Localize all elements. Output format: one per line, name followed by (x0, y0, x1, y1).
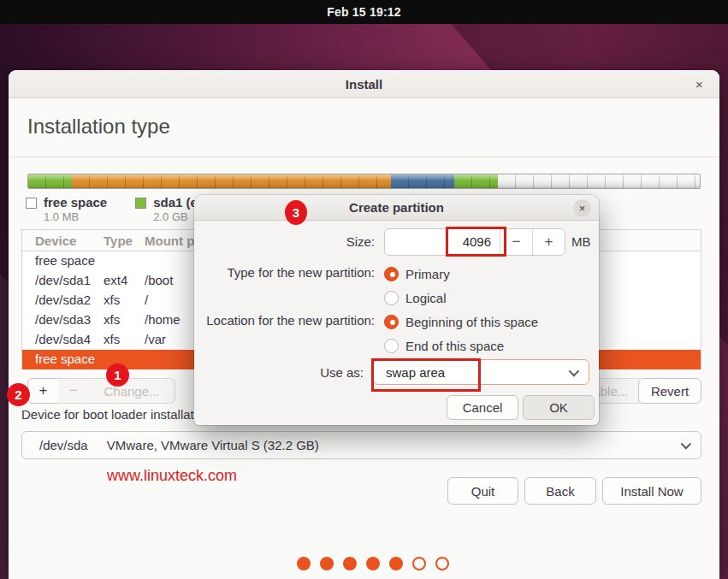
remove-partition-button[interactable]: − (58, 378, 90, 404)
table-cell: /dev/sda3 (35, 312, 91, 327)
radio-option-row: End of this space (194, 334, 599, 357)
partition-segment-sda4 (454, 174, 497, 188)
use-as-label: Use as: (194, 365, 369, 380)
legend-item: free space1.0 MB (26, 195, 107, 224)
cancel-button[interactable]: Cancel (447, 395, 518, 420)
table-cell: free space (35, 352, 95, 366)
bootloader-device-select[interactable]: /dev/sda VMware, VMware Virtual S (32.2 … (21, 431, 701, 459)
table-cell: ext4 (104, 273, 127, 287)
window-close-icon[interactable]: × (691, 76, 707, 92)
radio-label[interactable]: Primary (405, 267, 450, 281)
location-radio-group: Location for the new partition:Beginning… (194, 310, 599, 357)
chevron-down-icon (681, 439, 692, 450)
progress-dots (17, 557, 728, 570)
table-cell: /boot (145, 273, 173, 287)
window-titlebar[interactable]: Install × (9, 70, 719, 98)
annotation-highlight-use-as (371, 358, 481, 392)
radio-option-row: Type for the new partition:Primary (194, 262, 599, 286)
table-cell: /dev/sda4 (35, 332, 91, 346)
size-row: Size: 4096 − + MB (194, 227, 599, 256)
bootloader-device: /dev/sda (39, 438, 88, 452)
progress-dot-filled (389, 557, 403, 570)
annotation-highlight-size (446, 227, 506, 257)
screen: Feb 15 19:12 Install × Installation type… (0, 0, 728, 579)
size-label: Size: (194, 234, 380, 249)
progress-dot-empty (435, 557, 449, 570)
change-partition-button[interactable]: Change... (89, 378, 175, 404)
legend-swatch (135, 198, 146, 209)
annotation-step-1: 1 (106, 363, 129, 387)
partition-segment-sda1 (28, 174, 72, 188)
table-cell: /var (145, 332, 166, 346)
radio-beginning-of-this-space[interactable] (384, 315, 399, 329)
progress-dot-filled (343, 557, 357, 570)
radio-logical[interactable] (384, 291, 399, 305)
partition-segment-free-space (498, 174, 700, 188)
partition-segment-sda2 (72, 174, 391, 188)
table-cell: xfs (104, 332, 120, 346)
divider (9, 157, 719, 157)
radio-option-row: Logical (194, 286, 599, 310)
revert-button[interactable]: Revert (638, 378, 701, 404)
column-header-device[interactable]: Device (35, 233, 76, 248)
radio-label[interactable]: Logical (405, 291, 447, 305)
type-radio-group: Type for the new partition:PrimaryLogica… (194, 262, 599, 310)
location-for-new-partition-label (194, 334, 380, 337)
dialog-actions: Cancel OK (194, 395, 599, 420)
annotation-step-3: 3 (285, 200, 307, 225)
page-title: Installation type (27, 115, 170, 139)
size-unit-label: MB (571, 234, 591, 249)
radio-label[interactable]: End of this space (405, 339, 504, 353)
partition-segment-sda3 (391, 174, 455, 188)
bootloader-label: Device for boot loader installation: (21, 407, 215, 422)
back-button[interactable]: Back (524, 477, 596, 505)
legend-size: 1.0 MB (44, 210, 107, 224)
table-cell: /dev/sda1 (35, 273, 91, 287)
chevron-down-icon (569, 365, 580, 376)
install-now-button[interactable]: Install Now (602, 477, 701, 505)
table-cell: xfs (104, 312, 120, 327)
radio-end-of-this-space[interactable] (384, 339, 399, 353)
add-partition-button[interactable]: + (27, 378, 59, 404)
table-cell: /home (145, 312, 181, 327)
system-top-bar: Feb 15 19:12 (0, 0, 728, 24)
dialog-title: Create partition (349, 200, 444, 215)
partition-legend: free space1.0 MBsda1 (ext4)2.0 GB (26, 195, 221, 224)
table-cell: /dev/sda2 (35, 292, 91, 307)
window-title: Install (346, 77, 382, 92)
annotation-step-2: 2 (7, 383, 30, 406)
clock[interactable]: Feb 15 19:12 (327, 5, 400, 19)
bootloader-detail: VMware, VMware Virtual S (32.2 GB) (107, 438, 319, 452)
table-cell: free space (35, 253, 95, 268)
progress-dot-filled (366, 557, 380, 570)
legend-swatch (26, 198, 37, 209)
table-cell: / (145, 292, 148, 307)
ok-button[interactable]: OK (523, 395, 595, 420)
size-increment-button[interactable]: + (532, 229, 565, 255)
partition-bar (27, 174, 701, 189)
column-header-type[interactable]: Type (104, 233, 133, 248)
type-for-new-partition-label (194, 286, 380, 289)
progress-dot-filled (297, 557, 311, 570)
dialog-close-icon[interactable]: × (573, 199, 591, 217)
table-cell: xfs (104, 292, 120, 307)
radio-option-row: Location for the new partition:Beginning… (194, 310, 599, 334)
location-for-new-partition-label: Location for the new partition: (194, 310, 380, 328)
radio-label[interactable]: Beginning of this space (405, 315, 538, 329)
quit-button[interactable]: Quit (447, 477, 518, 505)
watermark-text: www.linuxteck.com (107, 467, 237, 485)
legend-label: free space (44, 195, 107, 210)
progress-dot-empty (412, 557, 426, 570)
type-for-new-partition-label: Type for the new partition: (194, 262, 380, 280)
dialog-titlebar[interactable]: Create partition × (194, 195, 599, 221)
progress-dot-filled (320, 557, 334, 570)
radio-primary[interactable] (384, 267, 399, 281)
